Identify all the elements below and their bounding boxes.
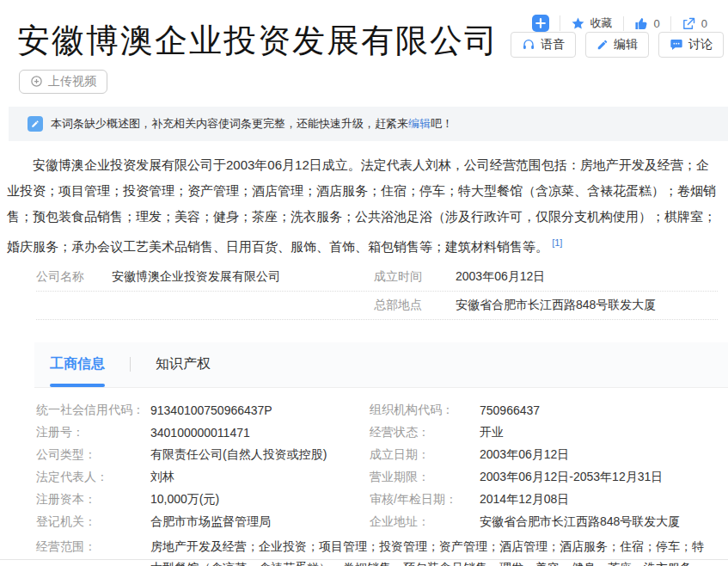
favorite-label: 收藏 <box>590 15 613 31</box>
registered-capital-label: 注册资本： <box>36 492 150 508</box>
org-code-label: 组织机构代码： <box>370 403 480 418</box>
inspection-date-value: 2014年12月08日 <box>480 492 718 508</box>
hq-label: 总部地点 <box>374 298 456 313</box>
chat-bubble-icon <box>670 38 683 52</box>
registry-authority-value: 合肥市市场监督管理局 <box>150 514 370 530</box>
reg-number-label: 注册号： <box>36 425 150 440</box>
business-term-value: 2003年06月12日-2053年12月31日 <box>480 470 718 485</box>
thumbs-up-icon <box>634 16 649 31</box>
table-row: 注册号： 340100000011471 经营状态： 开业 <box>36 421 718 444</box>
voice-button-label: 语音 <box>541 37 565 52</box>
hq-value: 安徽省合肥市长江西路848号联发大厦 <box>456 298 718 313</box>
edit-button-label: 编辑 <box>614 37 638 52</box>
app-add-button[interactable] <box>522 15 560 32</box>
tab-divider <box>130 357 131 372</box>
circle-plus-icon <box>30 75 43 88</box>
header-action-strip: 收藏 0 0 <box>522 15 718 32</box>
summary-text: 安徽博澳企业投资发展有限公司于2003年06月12日成立。法定代表人刘林，公司经… <box>7 157 716 254</box>
pencil-icon <box>596 39 609 51</box>
infobox: 公司名称 安徽博澳企业投资发展有限公司 成立时间 2003年06月12日 总部地… <box>36 263 718 320</box>
business-term-label: 营业期限： <box>370 470 480 485</box>
reference-link[interactable]: [1] <box>552 237 562 248</box>
reg-number-value: 340100000011471 <box>150 426 370 440</box>
table-row: 公司类型： 有限责任公司(自然人投资或控股) 成立日期： 2003年06月12日 <box>36 444 718 466</box>
discuss-button[interactable]: 讨论 <box>658 32 724 58</box>
discuss-button-label: 讨论 <box>688 37 713 52</box>
founded-label: 成立时间 <box>374 269 456 285</box>
tab-business-info-label: 工商信息 <box>50 355 105 373</box>
notice-text-tail: 吧！ <box>431 116 453 132</box>
tab-bar: 工商信息 知识产权 <box>34 342 728 388</box>
founded-value: 2003年06月12日 <box>456 269 718 285</box>
credit-code-label: 统一社会信用代码： <box>36 403 150 418</box>
business-scope-value: 房地产开发及经营；企业投资；项目管理；投资管理；资产管理；酒店管理；酒店服务；住… <box>150 536 718 566</box>
share-button[interactable]: 0 <box>670 16 718 31</box>
tab-intellectual-property-label: 知识产权 <box>156 355 211 373</box>
notice-edit-link[interactable]: 编辑 <box>408 116 431 132</box>
page-title: 安徽博澳企业投资发展有限公司 <box>17 22 499 60</box>
upload-video-button[interactable]: 上传视频 <box>19 70 107 94</box>
establish-date-label: 成立日期： <box>370 447 480 463</box>
title-buttons: 语音 编辑 讨论 <box>511 32 724 58</box>
company-name-label: 公司名称 <box>36 269 112 285</box>
org-code-value: 750966437 <box>480 403 718 417</box>
active-tab-underline <box>50 384 105 387</box>
business-info-panel: 统一社会信用代码： 91340100750966437P 组织机构代码： 750… <box>36 399 718 566</box>
registered-capital-value: 10,000万(元) <box>150 492 370 508</box>
company-address-label: 企业地址： <box>370 514 480 530</box>
legal-rep-label: 法定代表人： <box>36 470 150 485</box>
credit-code-value: 91340100750966437P <box>150 403 370 417</box>
status-label: 经营状态： <box>370 425 480 440</box>
like-button[interactable]: 0 <box>623 16 670 31</box>
like-count: 0 <box>654 17 660 30</box>
infobox-row: 总部地点 安徽省合肥市长江西路848号联发大厦 <box>36 292 718 320</box>
tab-intellectual-property[interactable]: 知识产权 <box>156 341 211 387</box>
favorite-button[interactable]: 收藏 <box>560 15 623 31</box>
plus-square-icon <box>532 15 549 32</box>
tab-business-info[interactable]: 工商信息 <box>50 341 105 387</box>
business-scope-row: 经营范围： 房地产开发及经营；企业投资；项目管理；投资管理；资产管理；酒店管理；… <box>36 536 718 566</box>
business-scope-label: 经营范围： <box>36 536 150 566</box>
company-address-value: 安徽省合肥市长江西路848号联发大厦 <box>480 514 718 530</box>
establish-date-value: 2003年06月12日 <box>480 447 718 463</box>
star-icon <box>571 16 585 31</box>
headset-icon <box>522 38 535 52</box>
share-icon <box>682 16 696 31</box>
notice-text: 本词条缺少概述图，补充相关内容使词条更完整，还能快速升级，赶紧来 <box>51 116 408 132</box>
share-count: 0 <box>701 17 707 30</box>
registry-authority-label: 登记机关： <box>36 514 150 530</box>
notice-bar: 本词条缺少概述图，补充相关内容使词条更完整，还能快速升级，赶紧来编辑吧！ <box>9 107 728 141</box>
company-type-value: 有限责任公司(自然人投资或控股) <box>150 447 370 463</box>
legal-rep-value: 刘林 <box>150 470 370 485</box>
table-row: 统一社会信用代码： 91340100750966437P 组织机构代码： 750… <box>36 399 718 421</box>
edit-button[interactable]: 编辑 <box>585 32 649 58</box>
table-row: 注册资本： 10,000万(元) 审核/年检日期： 2014年12月08日 <box>36 489 718 511</box>
summary-paragraph: 安徽博澳企业投资发展有限公司于2003年06月12日成立。法定代表人刘林，公司经… <box>7 152 719 260</box>
table-row: 登记机关： 合肥市市场监督管理局 企业地址： 安徽省合肥市长江西路848号联发大… <box>36 511 718 533</box>
company-name-value: 安徽博澳企业投资发展有限公司 <box>112 269 374 285</box>
infobox-row: 公司名称 安徽博澳企业投资发展有限公司 成立时间 2003年06月12日 <box>36 263 718 292</box>
upload-video-label: 上传视频 <box>48 74 96 89</box>
table-row: 法定代表人： 刘林 营业期限： 2003年06月12日-2053年12月31日 <box>36 466 718 489</box>
bottom-divider <box>0 559 728 560</box>
edit-badge-icon <box>28 116 43 132</box>
status-value: 开业 <box>480 425 718 440</box>
inspection-date-label: 审核/年检日期： <box>370 492 480 508</box>
company-type-label: 公司类型： <box>36 447 150 463</box>
voice-button[interactable]: 语音 <box>511 32 576 58</box>
